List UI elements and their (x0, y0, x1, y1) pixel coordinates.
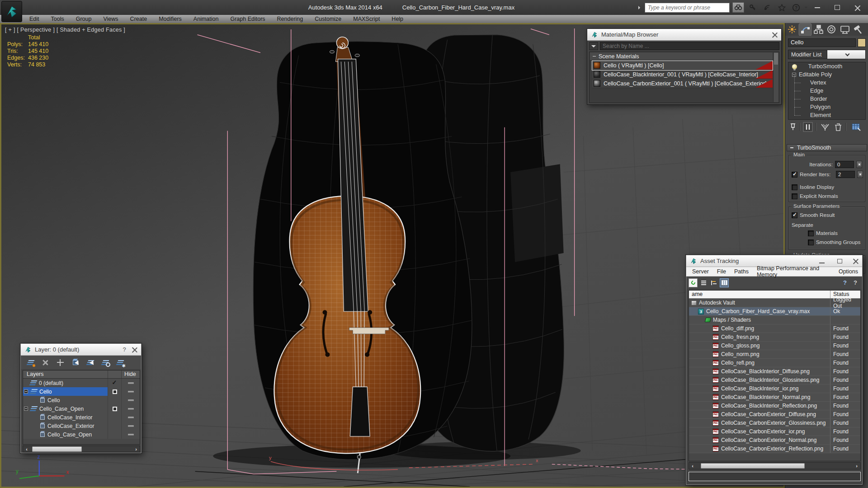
hide-toggle[interactable] (128, 408, 134, 410)
asset-row[interactable]: PNGCelloCase_CarbonExterior_Glossiness.p… (689, 419, 860, 427)
menu-views[interactable]: Views (97, 15, 124, 23)
menu-maxscript[interactable]: MAXScript (347, 15, 386, 23)
asset-row[interactable]: PNGCello_gloss.pngFound (689, 342, 860, 350)
maximize-icon[interactable] (837, 259, 842, 263)
rollout-turbosmooth-header[interactable]: TurboSmooth (787, 144, 867, 151)
modifier-enabled-bulb-icon[interactable] (792, 64, 797, 69)
scroll-right-icon[interactable]: › (853, 463, 860, 469)
menu-create[interactable]: Create (124, 15, 153, 23)
chevron-down-icon[interactable] (827, 50, 866, 59)
asset-row[interactable]: PNGCelloCase_CarbonExterior_Normal.pngFo… (689, 436, 860, 445)
collapse-icon[interactable] (24, 407, 28, 411)
layer-row[interactable]: Cello_Case_Open (23, 430, 140, 439)
stack-item-edge[interactable]: Edge (788, 87, 865, 95)
asset-row[interactable]: PNGCelloCase_BlackInterior_Reflection.pn… (689, 402, 860, 410)
menu-edit[interactable]: Edit (24, 15, 45, 23)
hide-toggle[interactable] (128, 382, 134, 384)
hide-toggle[interactable] (128, 399, 134, 401)
render-iters-spinner[interactable] (857, 171, 863, 178)
hide-toggle[interactable] (128, 434, 134, 436)
layer-window-titlebar[interactable]: Layer: 0 (default) ? (21, 344, 141, 356)
material-search-input[interactable] (600, 42, 779, 50)
asset-row[interactable]: PNGCello_refl.pngFound (689, 359, 860, 367)
viewport-label[interactable]: [ + ] [ Perspective ] [ Shaded + Edged F… (5, 27, 125, 33)
render-iters-checkbox[interactable] (792, 172, 797, 178)
tree-view-icon[interactable] (709, 278, 718, 287)
maximize-button[interactable] (827, 0, 847, 15)
menu-group[interactable]: Group (70, 15, 98, 23)
asset-menu-paths[interactable]: Paths (730, 268, 753, 275)
select-layer-icon[interactable] (86, 359, 94, 366)
infocenter-search-input[interactable] (645, 3, 730, 13)
hide-toggle[interactable] (128, 417, 134, 418)
select-objects-in-layer-icon[interactable] (71, 359, 79, 366)
object-color-swatch[interactable] (858, 38, 866, 47)
current-layer-check-icon[interactable] (112, 380, 118, 386)
explicit-normals-checkbox[interactable] (792, 193, 797, 199)
object-name-field[interactable]: Cello (788, 38, 856, 47)
asset-menu-bitmap-performance-and-memory[interactable]: Bitmap Performance and Memory (753, 265, 835, 278)
layer-hscrollbar[interactable]: ‹ › (23, 446, 140, 452)
communication-center-icon[interactable] (761, 2, 773, 13)
menu-animation[interactable]: Animation (188, 15, 225, 23)
iterations-spinner[interactable] (856, 161, 862, 168)
stack-item-turbosmooth[interactable]: TurboSmooth (788, 62, 865, 70)
asset-row[interactable]: 3Cello_Carbon_Fiber_Hard_Case_vray.maxOk (689, 307, 860, 316)
material-row[interactable]: CelloCase_BlackInterior_001 ( VRayMtl ) … (592, 70, 773, 79)
add-to-layer-icon[interactable] (56, 359, 64, 366)
close-button[interactable] (847, 0, 867, 15)
layer-properties-icon[interactable] (116, 359, 124, 366)
asset-menu-server[interactable]: Server (688, 268, 713, 275)
create-new-layer-icon[interactable] (26, 359, 34, 366)
scroll-right-icon[interactable]: › (132, 446, 140, 452)
set-current-layer-box[interactable] (113, 389, 117, 394)
minimize-button[interactable] (807, 0, 827, 15)
3dsmax-logo-button[interactable] (1, 1, 22, 22)
set-current-layer-box[interactable] (113, 407, 117, 411)
delete-layer-icon[interactable] (41, 359, 49, 366)
help-browser-icon[interactable]: ? (840, 279, 849, 286)
layer-row[interactable]: CelloCase_Exterior (23, 422, 140, 430)
scroll-thumb[interactable] (32, 446, 82, 452)
scroll-left-icon[interactable]: ‹ (23, 446, 30, 452)
material-scrollbar[interactable] (773, 52, 778, 102)
minimize-icon[interactable] (819, 263, 825, 263)
material-browser-titlebar[interactable]: Material/Map Browser (587, 29, 781, 41)
material-row[interactable]: CelloCase_CarbonExterior_001 ( VRayMtl )… (592, 79, 773, 88)
column-hide[interactable]: Hide (122, 371, 140, 378)
context-help-icon[interactable]: ? (851, 279, 860, 286)
help-button[interactable]: ? (120, 346, 129, 353)
asset-row[interactable]: PNGCello_norm.pngFound (689, 350, 860, 359)
layer-row[interactable]: Cello_Case_Open (23, 404, 140, 413)
stack-item-vertex[interactable]: Vertex (788, 79, 865, 87)
asset-row[interactable]: PNGCelloCase_BlackInterior_ior.pngFound (689, 385, 860, 393)
asset-row[interactable]: PNGCelloCase_BlackInterior_Diffuse.pngFo… (689, 367, 860, 376)
menu-modifiers[interactable]: Modifiers (153, 15, 188, 23)
table-view-icon[interactable] (720, 278, 729, 287)
asset-row[interactable]: PNGCelloCase_CarbonExterior_Reflection.p… (689, 445, 860, 453)
close-icon[interactable] (772, 32, 778, 38)
menu-help[interactable]: Help (386, 15, 409, 23)
asset-row[interactable]: PNGCelloCase_BlackInterior_Glossiness.pn… (689, 376, 860, 385)
menu-customize[interactable]: Customize (309, 15, 347, 23)
infocenter-expand-icon[interactable] (638, 6, 642, 9)
asset-row[interactable]: PNGCelloCase_CarbonExterior_ior.pngFound (689, 427, 860, 436)
favorites-star-icon[interactable] (776, 2, 788, 13)
asset-row[interactable]: PNGCello_diff.pngFound (689, 324, 860, 333)
asset-row[interactable]: Autodesk VaultLogged Out (689, 299, 860, 307)
menu-rendering[interactable]: Rendering (271, 15, 309, 23)
material-row[interactable]: Cello ( VRayMtl ) [Cello] (592, 61, 773, 70)
layer-row[interactable]: Cello (23, 387, 140, 396)
render-iters-field[interactable]: 2 (836, 171, 855, 178)
menu-tools[interactable]: Tools (45, 15, 70, 23)
refresh-icon[interactable] (689, 278, 698, 287)
column-layers[interactable]: Layers (23, 371, 108, 378)
highlight-layer-icon[interactable] (101, 359, 109, 366)
modifier-list-dropdown[interactable]: Modifier List (788, 50, 866, 59)
iterations-field[interactable]: 0 (835, 161, 854, 168)
subscription-key-icon[interactable] (747, 2, 759, 13)
stack-item-element[interactable]: Element (788, 111, 865, 119)
asset-hscrollbar[interactable]: ‹ › (689, 462, 861, 469)
help-icon[interactable]: ? (790, 2, 802, 13)
hide-toggle[interactable] (128, 425, 134, 427)
